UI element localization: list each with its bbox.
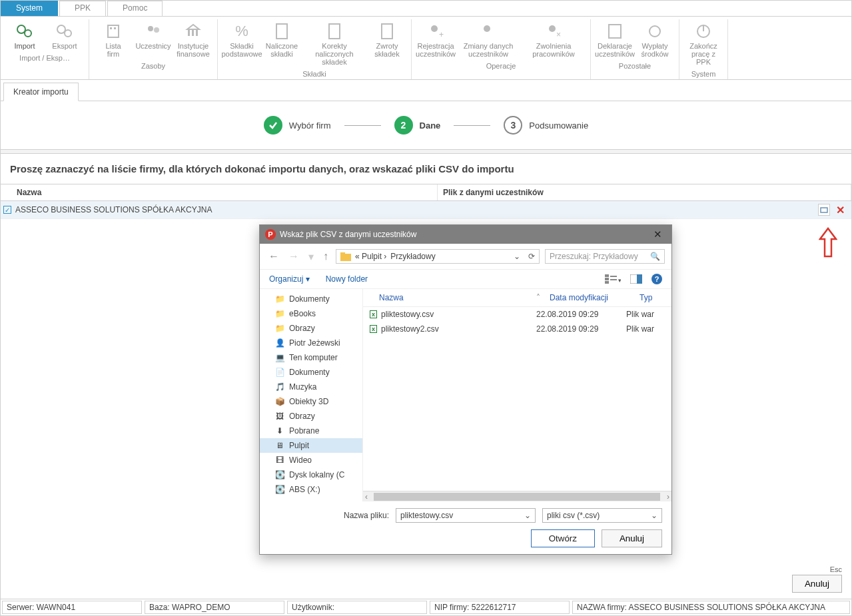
- tree-item-obrazy[interactable]: 📁Obrazy: [260, 321, 362, 336]
- col-header-name[interactable]: Nazwa: [370, 293, 536, 302]
- svg-rect-29: [605, 278, 609, 280]
- tree-item-wideo[interactable]: 🎞Wideo: [260, 453, 362, 467]
- tab-system[interactable]: System: [1, 1, 58, 16]
- svg-rect-30: [605, 281, 609, 284]
- folder-icon: 📁: [274, 324, 285, 333]
- file-list: Nazwa ˄ Data modyfikacji Typ xpliktestow…: [363, 289, 671, 501]
- file-row[interactable]: xpliktestowy2.csv22.08.2019 09:29Plik wa…: [363, 322, 671, 336]
- ribbon-zmiany[interactable]: Zmiany danych uczestników: [456, 19, 521, 61]
- annotation-arrow-icon: [819, 227, 837, 258]
- file-row[interactable]: xpliktestowy.csv22.08.2019 09:29Plik war: [363, 307, 671, 322]
- ribbon-eksport[interactable]: Eksport: [45, 19, 85, 53]
- folder-icon: 💽: [274, 485, 285, 494]
- tab-ppk[interactable]: PPK: [59, 1, 106, 16]
- svg-marker-9: [187, 25, 199, 29]
- folder-icon: 🎞: [274, 456, 285, 465]
- refresh-icon[interactable]: ⟳: [528, 252, 535, 261]
- svg-rect-6: [114, 27, 116, 29]
- rl-inst: Instytucje finansowe: [177, 42, 210, 58]
- ribbon-lista-firm[interactable]: Lista firm: [93, 19, 133, 61]
- sort-indicator-icon: ˄: [536, 293, 550, 302]
- ribbon-skladki-podst[interactable]: %Składki podstawowe: [222, 19, 262, 69]
- dialog-cancel-button[interactable]: Anuluj: [602, 529, 662, 547]
- svg-rect-12: [196, 30, 198, 36]
- nav-forward-icon[interactable]: →: [286, 250, 301, 262]
- ribbon-zwroty[interactable]: Zwroty składek: [367, 19, 407, 69]
- cancel-button[interactable]: Anuluj: [792, 575, 842, 593]
- ribbon-zakoncz[interactable]: Zakończ pracę z PPK: [683, 19, 723, 69]
- document-return-icon: [376, 22, 398, 41]
- svg-text:×: ×: [556, 30, 561, 39]
- rl-zm: Zmiany danych uczestników: [464, 42, 514, 58]
- help-icon[interactable]: ?: [651, 274, 662, 284]
- chevron-down-icon[interactable]: ⌄: [514, 252, 520, 261]
- breadcrumb-current: Przykładowy: [390, 252, 435, 261]
- ribbon-import[interactable]: Import: [5, 19, 45, 53]
- nav-up-icon[interactable]: ↑: [321, 250, 330, 262]
- status-bar: Serwer: WAWN041 Baza: WAPRO_DEMO Użytkow…: [1, 599, 851, 615]
- tab-kreator-importu[interactable]: Kreator importu: [3, 83, 79, 101]
- tree-item-ten_komputer[interactable]: 💻Ten komputer: [260, 350, 362, 365]
- rgl-skladki: Składki: [302, 70, 326, 78]
- building-icon: [103, 22, 124, 41]
- ribbon-korekty[interactable]: Korekty naliczonych składek: [302, 19, 367, 69]
- step-divider: [344, 125, 381, 126]
- tree-item-dokumenty[interactable]: 📁Dokumenty: [260, 292, 362, 306]
- tree-item-piotr[interactable]: 👤Piotr Jeżewski: [260, 336, 362, 350]
- filename-input[interactable]: pliktestowy.csv⌄: [396, 508, 536, 523]
- ribbon-wyplaty[interactable]: Wypłaty środków: [635, 19, 675, 61]
- filetype-filter[interactable]: pliki csv (*.csv)⌄: [542, 508, 662, 523]
- ribbon-naliczone[interactable]: Naliczone składki: [262, 19, 302, 69]
- folder-icon: 📁: [274, 294, 285, 304]
- tree-item-obrazy2[interactable]: 🖼Obrazy: [260, 409, 362, 424]
- status-nazwa: NAZWA firmy: ASSECO BUSINESS SOLUTIONS S…: [572, 601, 850, 614]
- open-button[interactable]: Otwórz: [531, 529, 595, 547]
- dialog-footer: Nazwa pliku: pliktestowy.csv⌄ pliki csv …: [260, 501, 671, 554]
- ribbon-zwolnienia[interactable]: ×Zwolnienia pracowników: [521, 19, 586, 61]
- document-calc-icon: [271, 22, 292, 41]
- nav-recent-icon[interactable]: ▾: [306, 250, 316, 263]
- person-remove-icon: ×: [543, 22, 564, 41]
- clear-file-button[interactable]: ✕: [834, 204, 846, 216]
- row-checkbox[interactable]: ✓: [3, 206, 11, 214]
- organize-menu[interactable]: Organizuj ▾: [269, 274, 310, 284]
- folder-tree[interactable]: 📁Dokumenty📁eBooks📁Obrazy👤Piotr Jeżewski💻…: [260, 289, 363, 501]
- col-header-type[interactable]: Typ: [639, 293, 652, 302]
- dialog-close-button[interactable]: ✕: [649, 228, 666, 240]
- person-edit-icon: [478, 22, 499, 41]
- tree-item-obiekty3d[interactable]: 📦Obiekty 3D: [260, 394, 362, 409]
- rl-lf: Lista firm: [105, 42, 121, 58]
- folder-icon: 🎵: [274, 382, 285, 392]
- ribbon: Import Eksport Import / Eksp… Lista firm…: [1, 17, 851, 80]
- ribbon-instytucje[interactable]: Instytucje finansowe: [173, 19, 213, 61]
- new-folder-button[interactable]: Nowy folder: [326, 274, 368, 284]
- search-input[interactable]: Przeszukaj: Przykładowy 🔍: [545, 249, 665, 264]
- tree-item-dysk_c[interactable]: 💽Dysk lokalny (C: [260, 467, 362, 482]
- tab-pomoc[interactable]: Pomoc: [107, 1, 163, 16]
- ribbon-uczestnicy[interactable]: Uczestnicy: [133, 19, 173, 61]
- instruction-text: Proszę zaznaczyć na liście firmy, dla kt…: [1, 154, 851, 184]
- col-nazwa[interactable]: Nazwa: [11, 184, 438, 200]
- browse-file-button[interactable]: [818, 204, 830, 216]
- rl-kor: Korekty naliczonych składek: [303, 42, 366, 66]
- ribbon-group-system: Zakończ pracę z PPK System: [679, 19, 728, 79]
- percent-icon: %: [231, 22, 252, 41]
- col-plik[interactable]: Plik z danymi uczestników: [438, 184, 851, 200]
- horizontal-scrollbar[interactable]: ‹ ›: [363, 491, 671, 501]
- tree-item-ebooks[interactable]: 📁eBooks: [260, 306, 362, 321]
- view-options-icon[interactable]: ▾: [605, 274, 621, 284]
- ribbon-rejestracja[interactable]: +Rejestracja uczestników: [416, 19, 456, 61]
- tree-item-muzyka[interactable]: 🎵Muzyka: [260, 380, 362, 394]
- nav-back-icon[interactable]: ←: [266, 250, 281, 262]
- svg-rect-11: [192, 30, 194, 36]
- ribbon-deklaracje[interactable]: Deklaracje uczestników: [595, 19, 635, 61]
- tree-item-abs_x[interactable]: 💽ABS (X:): [260, 482, 362, 497]
- preview-pane-icon[interactable]: [630, 274, 642, 284]
- tree-item-pobrane[interactable]: ⬇Pobrane: [260, 424, 362, 438]
- tree-item-dokumenty2[interactable]: 📄Dokumenty: [260, 365, 362, 380]
- tree-item-pulpit[interactable]: 🖥Pulpit: [260, 438, 362, 453]
- grid-row[interactable]: ✓ ASSECO BUSINESS SOLUTIONS SPÓŁKA AKCYJ…: [1, 201, 851, 219]
- address-bar[interactable]: « Pulpit › Przykładowy ⌄ ⟳: [336, 249, 540, 264]
- status-baza: Baza: WAPRO_DEMO: [145, 601, 284, 614]
- col-header-date[interactable]: Data modyfikacji: [550, 293, 639, 302]
